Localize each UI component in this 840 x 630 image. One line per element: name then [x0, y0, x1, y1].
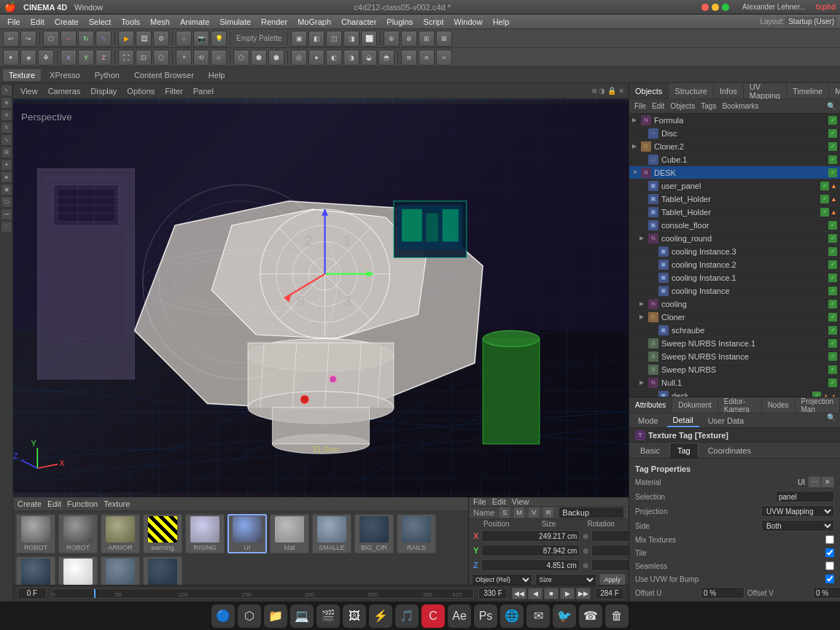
menu-mesh[interactable]: Mesh — [146, 17, 174, 27]
tab-texture[interactable]: Texture — [3, 69, 41, 81]
rpt-objects[interactable]: Objects — [668, 102, 697, 110]
left-tool-3[interactable]: ✛ — [1, 109, 12, 121]
left-tool-6[interactable]: ⊞ — [1, 147, 12, 158]
mat-clear-btn[interactable]: ✕ — [821, 476, 834, 488]
tb4[interactable]: ◨ — [343, 31, 359, 47]
tb2-7[interactable]: ⛶ — [118, 50, 134, 66]
left-tool-9[interactable]: ◉ — [1, 184, 12, 195]
obj-tablet-holder2[interactable]: ▣ Tablet_Holder ✓ ▲ — [629, 206, 840, 219]
prop-check-mix[interactable] — [825, 535, 834, 544]
material-hdri[interactable]: HDRI — [58, 556, 98, 585]
left-tool-4[interactable]: ↻ — [1, 122, 12, 133]
attr-tab-attributes[interactable]: Attributes — [629, 397, 672, 413]
timeline-current[interactable] — [595, 588, 624, 599]
tag-tab-coordinates[interactable]: Coordinates — [700, 443, 759, 458]
vp-panel-menu[interactable]: Panel — [190, 86, 217, 96]
rp-tab-man[interactable]: Man — [829, 83, 840, 98]
tb2-19[interactable]: ◑ — [343, 50, 359, 66]
prop-check-tile[interactable] — [825, 548, 834, 557]
dock-app3[interactable]: 💻 — [290, 604, 314, 628]
obj-cooling[interactable]: ▶ N cooling ✓ — [629, 298, 840, 311]
layout-value[interactable]: Startup (User) — [785, 17, 837, 26]
vp-display-menu[interactable]: Display — [88, 86, 120, 96]
prop-input-selection[interactable] — [776, 491, 834, 502]
obj-disc[interactable]: ○ Disc ✓ — [629, 127, 840, 140]
attr-subtab-mode[interactable]: Mode — [632, 413, 664, 427]
tb2-13[interactable]: ⬠ — [233, 50, 249, 66]
step-back-btn[interactable]: ◀ — [528, 588, 542, 599]
rpt-tags[interactable]: Tags — [699, 102, 718, 110]
tb7[interactable]: ⊗ — [401, 31, 417, 47]
obj-cooling-inst3[interactable]: ▣ cooling Instance.3 ✓ — [629, 245, 840, 258]
obj-cube1[interactable]: □ Cube.1 ✓ — [629, 153, 840, 166]
dock-c4d[interactable]: C — [421, 604, 445, 628]
apple-menu[interactable]: 🍎 — [4, 1, 16, 12]
undo-btn[interactable]: ↩ — [3, 31, 19, 47]
timeline-end[interactable] — [478, 588, 508, 599]
obj-sweep-nurbs[interactable]: S Sweep NURBS ✓ — [629, 363, 840, 376]
tb2-12[interactable]: ⊹ — [211, 50, 227, 66]
prop-check-uvw[interactable] — [825, 575, 834, 583]
timeline-track[interactable]: 0 50 100 150 200 250 300 320 — [51, 588, 474, 599]
prop-select-projection[interactable]: UVW Mapping — [761, 505, 834, 517]
vp-cameras-menu[interactable]: Cameras — [45, 86, 84, 96]
size-x-input[interactable] — [591, 530, 629, 542]
add-light-btn[interactable]: 💡 — [211, 31, 227, 47]
obj-cooling-round[interactable]: ▶ N cooling_round ✓ — [629, 232, 840, 245]
menu-file[interactable]: File — [3, 17, 25, 27]
tb2-1[interactable]: ✦ — [3, 50, 19, 66]
pos-y-input[interactable] — [481, 545, 580, 556]
obj-cooling-inst2[interactable]: ▣ cooling Instance.2 ✓ — [629, 258, 840, 271]
material-robot1[interactable]: ROBOT — [16, 514, 55, 553]
menu-animate[interactable]: Animate — [176, 17, 214, 27]
maximize-btn[interactable] — [722, 4, 729, 11]
dock-twitter[interactable]: 🐦 — [553, 604, 576, 628]
tb2-24[interactable]: ≈ — [436, 50, 452, 66]
size-z-input[interactable] — [591, 559, 629, 571]
material-desk[interactable]: DESK — [101, 556, 140, 585]
material-mat[interactable]: Mat — [270, 514, 309, 553]
tb1[interactable]: ▣ — [291, 31, 307, 47]
play-forward-btn[interactable]: ▶▶ — [576, 588, 591, 599]
rp-tab-objects[interactable]: Objects — [629, 83, 669, 98]
timeline-start[interactable] — [18, 588, 47, 599]
tb8[interactable]: ⊞ — [419, 31, 435, 47]
dock-safari[interactable]: 🌐 — [500, 604, 524, 628]
dock-ps[interactable]: Ps — [474, 604, 497, 628]
material-armor[interactable]: ARMOR — [101, 514, 140, 553]
mat-pick-btn[interactable]: ⋯ — [808, 476, 821, 488]
obj-desk-sub[interactable]: ▣ desk ✓ ▲ ▲ — [629, 389, 840, 397]
left-tool-11[interactable]: ⊶ — [1, 209, 12, 220]
left-tool-7[interactable]: ✦ — [1, 159, 12, 171]
live-select-btn[interactable]: ⬡ — [43, 31, 59, 47]
size-y-input[interactable] — [591, 545, 629, 556]
menu-select[interactable]: Select — [85, 17, 116, 27]
obj-console-floor[interactable]: ▣ console_floor ✓ — [629, 219, 840, 232]
rpt-file[interactable]: File — [632, 102, 648, 110]
tb2-23[interactable]: ≡ — [419, 50, 435, 66]
menu-character[interactable]: Character — [337, 17, 381, 27]
prop-input-offset-v[interactable] — [813, 587, 840, 599]
render-to-pic-btn[interactable]: 🖼 — [136, 31, 152, 47]
left-tool-2[interactable]: ⊕ — [1, 97, 12, 109]
menu-mograph[interactable]: MoGraph — [293, 17, 335, 27]
menu-simulate[interactable]: Simulate — [215, 17, 255, 27]
tb2-16[interactable]: ◎ — [291, 50, 307, 66]
obj-formula[interactable]: ▶ N Formula ✓ — [629, 114, 840, 127]
menu-render[interactable]: Render — [257, 17, 292, 27]
coords-edit-menu[interactable]: Edit — [492, 497, 506, 506]
menu-tools[interactable]: Tools — [117, 17, 144, 27]
tb2-9[interactable]: ⬡ — [153, 50, 169, 66]
tb5[interactable]: ⬜ — [361, 31, 377, 47]
rp-tab-structure[interactable]: Structure — [669, 83, 714, 98]
tb2-6[interactable]: Z — [96, 50, 112, 66]
rp-tab-infos[interactable]: Infos — [714, 83, 744, 98]
redo-btn[interactable]: ↪ — [20, 31, 36, 47]
mat-function-menu[interactable]: Function — [67, 499, 98, 508]
coord-mode-select[interactable]: Object (Rel) — [472, 574, 532, 586]
dock-trash[interactable]: 🗑 — [605, 604, 629, 628]
menu-create[interactable]: Create — [50, 17, 83, 27]
vp-filter-menu[interactable]: Filter — [162, 86, 185, 96]
obj-cloner[interactable]: ▶ C Cloner ✓ — [629, 311, 840, 324]
stop-btn[interactable]: ■ — [544, 588, 559, 599]
